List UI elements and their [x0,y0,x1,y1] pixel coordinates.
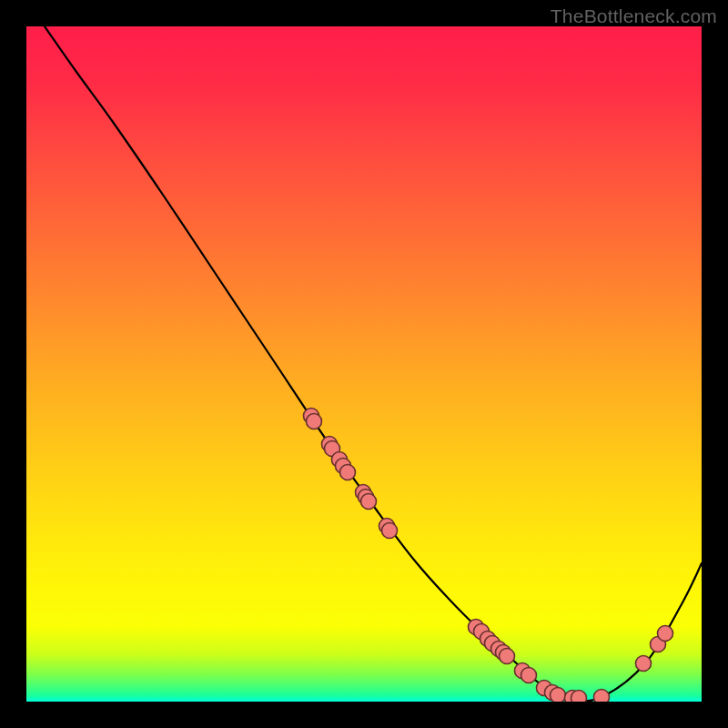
data-point [658,626,673,642]
data-point [636,656,652,672]
data-point [500,649,515,664]
data-point [340,465,356,480]
data-point [382,523,398,539]
data-point [307,414,322,430]
data-point [551,688,566,703]
data-point [361,494,377,510]
data-point [594,690,610,703]
scatter-dots [304,409,673,703]
chart-curve [45,26,702,701]
plot-area [26,26,702,702]
watermark-text: TheBottleneck.com [551,5,717,27]
chart-stage: TheBottleneck.com [0,0,728,728]
data-point [571,691,587,703]
chart-svg [26,26,702,702]
data-point [521,668,537,683]
